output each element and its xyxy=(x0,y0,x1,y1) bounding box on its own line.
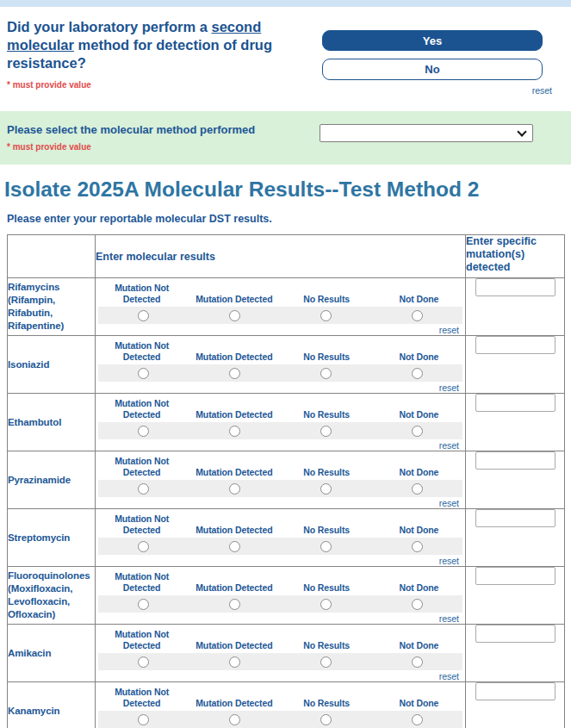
option-label-mutation-not-detected: Mutation Not Detected xyxy=(96,283,188,305)
option-label-no-results: No Results xyxy=(303,352,350,363)
radio-mutation-not-detected[interactable] xyxy=(138,483,149,495)
option-label-no-results: No Results xyxy=(303,409,350,420)
drug-name: Kanamycin xyxy=(8,682,96,728)
radio-no-results[interactable] xyxy=(320,541,332,552)
method-select-wrap xyxy=(320,124,533,142)
reset-link[interactable]: reset xyxy=(439,440,459,451)
drug-name: Rifamycins (Rifampin, Rifabutin, Rifapen… xyxy=(8,278,96,336)
option-label-mutation-detected: Mutation Detected xyxy=(196,698,272,709)
mutation-input[interactable] xyxy=(475,682,555,700)
option-label-mutation-detected: Mutation Detected xyxy=(196,352,272,363)
radio-mutation-not-detected[interactable] xyxy=(138,714,149,725)
reset-link[interactable]: reset xyxy=(439,671,459,681)
radio-mutation-detected[interactable] xyxy=(229,483,240,495)
options-cell: Mutation Not Detected Mutation Detected … xyxy=(96,336,466,394)
mutation-input[interactable] xyxy=(475,509,555,527)
option-label-not-done: Not Done xyxy=(399,698,438,709)
mutation-cell xyxy=(466,394,565,451)
mutation-input[interactable] xyxy=(475,394,555,412)
radio-mutation-not-detected[interactable] xyxy=(138,599,149,610)
yes-button[interactable]: Yes xyxy=(322,30,543,51)
radio-strip xyxy=(98,711,462,728)
mutation-input[interactable] xyxy=(475,278,555,296)
mutation-input[interactable] xyxy=(475,451,555,470)
question-second-method-label: Did your laboratory perform a second mol… xyxy=(7,18,322,72)
question-second-method-section: Did your laboratory perform a second mol… xyxy=(0,7,571,96)
radio-mutation-not-detected[interactable] xyxy=(138,310,149,321)
mutation-input[interactable] xyxy=(475,336,555,354)
option-labels-row: Mutation Not Detected Mutation Detected … xyxy=(96,509,465,536)
header-enter-specific-mutation: Enter specific mutation(s) detected xyxy=(466,235,565,278)
radio-not-done[interactable] xyxy=(412,368,423,379)
option-label-mutation-detected: Mutation Detected xyxy=(196,640,272,651)
method-select[interactable] xyxy=(320,124,533,142)
radio-no-results[interactable] xyxy=(320,656,332,668)
option-label-no-results: No Results xyxy=(303,640,350,651)
radio-not-done[interactable] xyxy=(412,310,423,321)
radio-mutation-not-detected[interactable] xyxy=(138,426,149,437)
radio-not-done[interactable] xyxy=(412,541,423,552)
option-label-mutation-detected: Mutation Detected xyxy=(196,409,272,420)
radio-mutation-detected[interactable] xyxy=(229,541,240,552)
reset-link[interactable]: reset xyxy=(439,383,459,393)
question-second-method-text-block: Did your laboratory perform a second mol… xyxy=(7,18,322,96)
required-note: * must provide value xyxy=(7,142,320,152)
required-note: * must provide value xyxy=(7,80,322,90)
option-label-no-results: No Results xyxy=(303,698,350,709)
option-label-not-done: Not Done xyxy=(399,525,438,536)
radio-no-results[interactable] xyxy=(320,426,332,437)
reset-row: reset xyxy=(96,439,465,451)
question-method-section: Please select the molecular method perfo… xyxy=(0,111,571,165)
option-label-not-done: Not Done xyxy=(399,467,438,478)
drug-name: Fluoroquinolones (Moxifloxacin, Levoflox… xyxy=(8,567,96,625)
option-label-no-results: No Results xyxy=(303,582,350,594)
radio-mutation-not-detected[interactable] xyxy=(138,541,149,552)
table-row: Isoniazid Mutation Not Detected Mutation… xyxy=(8,336,565,394)
radio-no-results[interactable] xyxy=(320,483,332,495)
option-label-not-done: Not Done xyxy=(399,582,438,594)
mutation-cell xyxy=(466,509,565,567)
radio-strip xyxy=(98,480,462,497)
radio-no-results[interactable] xyxy=(320,310,332,321)
no-button[interactable]: No xyxy=(322,59,543,80)
radio-mutation-detected[interactable] xyxy=(229,656,240,668)
radio-mutation-not-detected[interactable] xyxy=(138,656,149,668)
reset-link[interactable]: reset xyxy=(439,613,459,624)
radio-not-done[interactable] xyxy=(412,714,423,725)
radio-mutation-detected[interactable] xyxy=(229,310,240,321)
option-labels-row: Mutation Not Detected Mutation Detected … xyxy=(96,682,465,709)
radio-no-results[interactable] xyxy=(320,368,332,379)
option-label-mutation-not-detected: Mutation Not Detected xyxy=(96,456,188,478)
mutation-input[interactable] xyxy=(475,625,555,643)
radio-not-done[interactable] xyxy=(412,656,423,668)
header-empty-cell xyxy=(8,235,96,278)
mutation-cell xyxy=(466,625,565,682)
option-label-mutation-not-detected: Mutation Not Detected xyxy=(96,340,188,363)
question-method-text-block: Please select the molecular method perfo… xyxy=(7,124,320,152)
reset-link[interactable]: reset xyxy=(532,85,552,96)
reset-link[interactable]: reset xyxy=(439,556,459,566)
options-cell: Mutation Not Detected Mutation Detected … xyxy=(96,509,466,567)
radio-strip xyxy=(98,653,462,670)
drug-name: Streptomycin xyxy=(8,509,96,567)
radio-mutation-detected[interactable] xyxy=(229,368,240,379)
radio-no-results[interactable] xyxy=(320,599,332,610)
drug-name: Pyrazinamide xyxy=(8,451,96,509)
radio-strip xyxy=(98,422,462,439)
reset-link[interactable]: reset xyxy=(439,325,459,335)
radio-not-done[interactable] xyxy=(412,426,423,437)
reset-link[interactable]: reset xyxy=(439,498,459,508)
section-divider-bar xyxy=(0,0,571,7)
radio-mutation-detected[interactable] xyxy=(229,714,240,725)
reset-row: reset xyxy=(96,382,465,393)
radio-no-results[interactable] xyxy=(320,714,332,725)
options-cell: Mutation Not Detected Mutation Detected … xyxy=(96,451,466,509)
radio-mutation-detected[interactable] xyxy=(229,426,240,437)
radio-not-done[interactable] xyxy=(412,483,423,495)
mutation-cell xyxy=(466,567,565,625)
radio-not-done[interactable] xyxy=(412,599,423,610)
question-method-label: Please select the molecular method perfo… xyxy=(7,124,320,136)
mutation-input[interactable] xyxy=(475,567,555,585)
radio-mutation-not-detected[interactable] xyxy=(138,368,149,379)
radio-mutation-detected[interactable] xyxy=(229,599,240,610)
